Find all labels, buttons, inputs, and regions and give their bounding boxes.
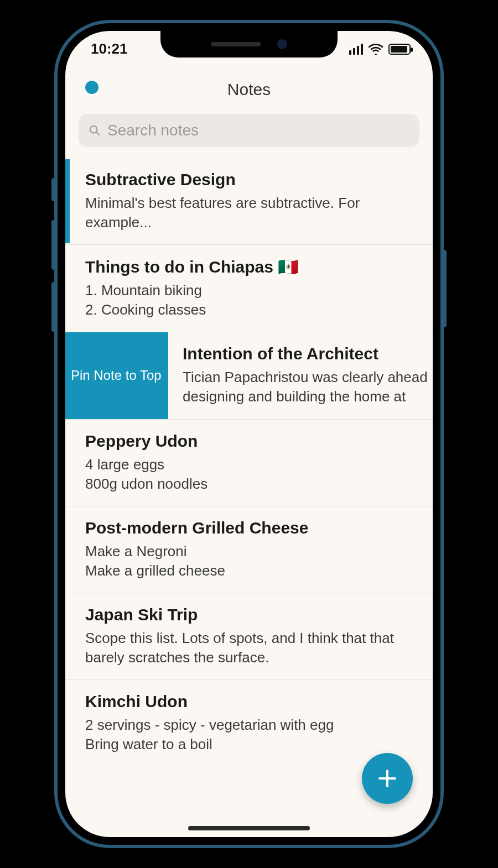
note-preview: Scope this list. Lots of spots, and I th… [85,629,416,667]
volume-down-button [51,282,56,332]
note-title: Japan Ski Trip [85,605,416,624]
add-note-button[interactable] [362,753,413,804]
note-preview: Tician Papachristou was clearly ahead de… [183,368,433,406]
navbar: Notes [65,73,433,106]
note-row[interactable]: Peppery Udon 4 large eggs 800g udon nood… [65,420,433,506]
search-icon [89,124,101,137]
note-row[interactable]: Kimchi Udon 2 servings - spicy - vegetar… [65,680,433,766]
home-indicator[interactable] [188,826,310,830]
device-notch [160,31,338,57]
svg-line-1 [96,132,99,135]
note-title: Intention of the Architect [183,344,433,363]
note-title: Subtractive Design [85,170,416,189]
page-title: Notes [227,80,271,99]
wifi-icon [369,44,383,55]
silence-switch [51,178,56,201]
status-time: 10:21 [87,40,128,57]
menu-dot-button[interactable] [85,81,98,94]
search-input[interactable]: Search notes [79,114,419,147]
note-row-content[interactable]: Intention of the Architect Tician Papach… [168,332,433,419]
note-preview: 2 servings - spicy - vegetarian with egg… [85,715,416,754]
note-row[interactable]: Post-modern Grilled Cheese Make a Negron… [65,506,433,593]
plus-icon [375,766,400,791]
note-title: Things to do in Chiapas 🇲🇽 [85,257,416,276]
note-title: Peppery Udon [85,432,416,451]
note-list[interactable]: Subtractive Design Minimal's best featur… [65,158,433,837]
note-row[interactable]: Subtractive Design Minimal's best featur… [65,158,433,245]
speaker-grille [211,42,261,46]
note-preview: 4 large eggs 800g udon noodles [85,455,416,494]
note-preview: Minimal's best features are subtractive.… [85,194,416,232]
search-placeholder: Search notes [107,122,199,139]
power-button [442,250,447,327]
pin-note-button[interactable]: Pin Note to Top [65,332,168,419]
note-row[interactable]: Things to do in Chiapas 🇲🇽 1. Mountain b… [65,245,433,332]
phone-frame: 10:21 [54,20,444,848]
note-preview: 1. Mountain biking 2. Cooking classes [85,281,416,320]
note-title: Post-modern Grilled Cheese [85,519,416,537]
note-title: Kimchi Udon [85,692,416,711]
note-preview: Make a Negroni Make a grilled cheese [85,542,416,581]
battery-icon [388,44,411,55]
volume-up-button [51,220,56,270]
screen: 10:21 [65,31,433,837]
note-row[interactable]: Japan Ski Trip Scope this list. Lots of … [65,593,433,680]
note-row-swiped[interactable]: Pin Note to Top Intention of the Archite… [65,332,433,419]
cellular-signal-icon [349,44,363,55]
front-camera [277,39,287,49]
